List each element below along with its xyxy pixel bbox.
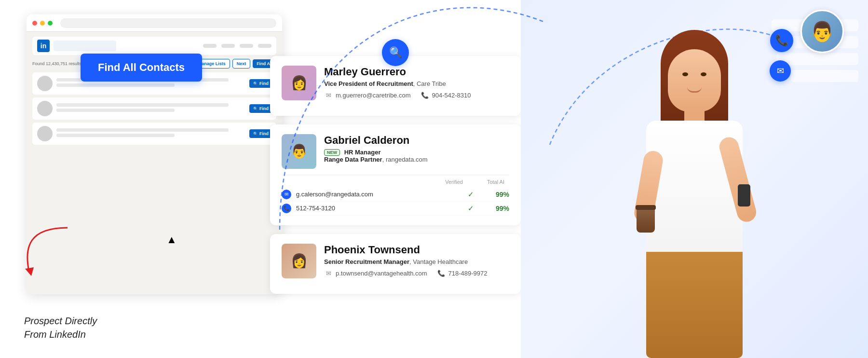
svg-marker-0: [25, 267, 34, 276]
contact-name-marley: Marley Guerrero: [324, 66, 471, 78]
contact-details-phoenix: ✉ p.townsend@vantagehealth.com 📞 718-489…: [324, 269, 488, 278]
find-button-2[interactable]: Find: [249, 104, 272, 113]
li-search-bar: [54, 41, 116, 51]
right-section: 👨 📞 ✉: [521, 0, 868, 358]
avatar-marley: 👩: [282, 66, 316, 100]
next-button[interactable]: Next: [232, 59, 251, 69]
contact-info-marley: Marley Guerrero Vice President of Recrui…: [324, 66, 471, 100]
li-nav-dot: [203, 44, 217, 48]
li-avatar-2: [37, 101, 53, 116]
verified-email-icon: ✉: [282, 190, 291, 199]
find-all-contacts-button[interactable]: Find All Contacts: [81, 54, 202, 82]
li-avatar-3: [37, 126, 53, 141]
li-line: [56, 128, 229, 132]
search-circle-icon: 🔍: [382, 39, 409, 66]
verified-table-gabriel: Verified Total AI ✉ g.calerson@rangedata…: [282, 175, 509, 216]
email-detail-marley: ✉ m.guerrero@caretribe.com: [324, 91, 411, 100]
arrow-decoration: [19, 223, 82, 281]
browser-urlbar: [60, 18, 276, 28]
browser-dot-red: [32, 21, 37, 26]
contact-title-marley: Vice President of Recruitment, Care Trib…: [324, 80, 471, 87]
contact-name-phoenix: Phoenix Townsend: [324, 244, 488, 256]
email-check: ✓: [456, 190, 485, 199]
li-line: [56, 83, 175, 87]
contact-info-gabriel: Gabriel Calderon NEW HR Manager Range Da…: [324, 134, 428, 167]
li-avatar-1: [37, 76, 53, 91]
find-button-1[interactable]: Find: [249, 79, 272, 88]
verified-row-phone: 📞 512-754-3120 ✓ 99%: [282, 202, 509, 216]
contact-header-phoenix: 👩 Phoenix Townsend Senior Recruitment Ma…: [282, 244, 509, 278]
avatar-gabriel: 👨: [282, 134, 316, 169]
bg-card-4: [791, 70, 858, 82]
verified-header: Verified Total AI: [282, 179, 509, 185]
man-avatar-circle: 👨: [800, 10, 844, 53]
email-bubble: ✉: [770, 60, 791, 82]
verified-phone-icon: 📞: [282, 204, 291, 213]
phone-detail-phoenix: 📞 718-489-9972: [437, 269, 488, 278]
main-container: in Found 12,430,751 results Manage Lists…: [0, 0, 868, 358]
phone-check: ✓: [456, 204, 485, 213]
phone-icon: 📞: [420, 91, 429, 100]
contact-header-marley: 👩 Marley Guerrero Vice President of Recr…: [282, 66, 509, 100]
contact-header-gabriel: 👨 Gabriel Calderon NEW HR Manager Range …: [282, 134, 509, 169]
li-nav-dot: [221, 44, 235, 48]
find-button-3[interactable]: Find: [249, 129, 272, 138]
li-contact-row-3: Find: [32, 123, 276, 145]
woman-figure: [608, 30, 781, 358]
left-section: in Found 12,430,751 results Manage Lists…: [0, 0, 270, 358]
li-find-btn-row-2: Find: [249, 104, 272, 113]
avatar-phoenix: 👩: [282, 244, 316, 278]
phone-icon-phoenix: 📞: [437, 269, 446, 278]
contact-title-phoenix: Senior Recruitment Manager, Vantage Heal…: [324, 258, 488, 265]
li-nav-dot: [258, 44, 271, 48]
browser-dot-green: [48, 21, 53, 26]
middle-section: 🔍 👩 Marley Guerrero Vice President of Re…: [270, 46, 521, 312]
li-nav-dots: [203, 44, 271, 48]
li-nav-dot: [240, 44, 253, 48]
li-line: [56, 103, 229, 107]
li-contact-lines-2: [56, 103, 271, 114]
linkedin-logo: in: [37, 40, 50, 52]
browser-dot-yellow: [40, 21, 45, 26]
prospect-text: Prospect Directly From LinkedIn: [24, 314, 97, 341]
contact-title-gabriel: NEW HR Manager Range Data Partner, range…: [324, 149, 428, 164]
contact-name-gabriel: Gabriel Calderon: [324, 134, 428, 147]
li-header: in: [32, 37, 276, 55]
email-icon-phoenix: ✉: [324, 269, 333, 278]
browser-topbar: [27, 14, 282, 32]
li-line: [56, 134, 175, 137]
contact-info-phoenix: Phoenix Townsend Senior Recruitment Mana…: [324, 244, 488, 278]
verified-row-email: ✉ g.calerson@rangedata.com ✓ 99%: [282, 188, 509, 202]
li-contact-row-2: Find: [32, 97, 276, 120]
email-detail-phoenix: ✉ p.townsend@vantagehealth.com: [324, 269, 427, 278]
li-find-btn-row-3: Find: [249, 129, 272, 138]
phone-detail-marley: 📞 904-542-8310: [420, 91, 471, 100]
bg-card-3: [776, 53, 858, 65]
cursor-icon: ▲: [166, 234, 177, 246]
new-badge: NEW: [324, 149, 340, 156]
contact-card-gabriel: 👨 Gabriel Calderon NEW HR Manager Range …: [270, 124, 521, 225]
phone-bubble: 📞: [770, 29, 793, 52]
contact-details-marley: ✉ m.guerrero@caretribe.com 📞 904-542-831…: [324, 91, 471, 100]
contact-card-phoenix: 👩 Phoenix Townsend Senior Recruitment Ma…: [270, 234, 521, 294]
email-icon: ✉: [324, 91, 333, 100]
li-contact-lines-3: [56, 128, 271, 139]
li-line: [56, 109, 175, 112]
li-find-btn-row-1: Find: [249, 79, 272, 88]
